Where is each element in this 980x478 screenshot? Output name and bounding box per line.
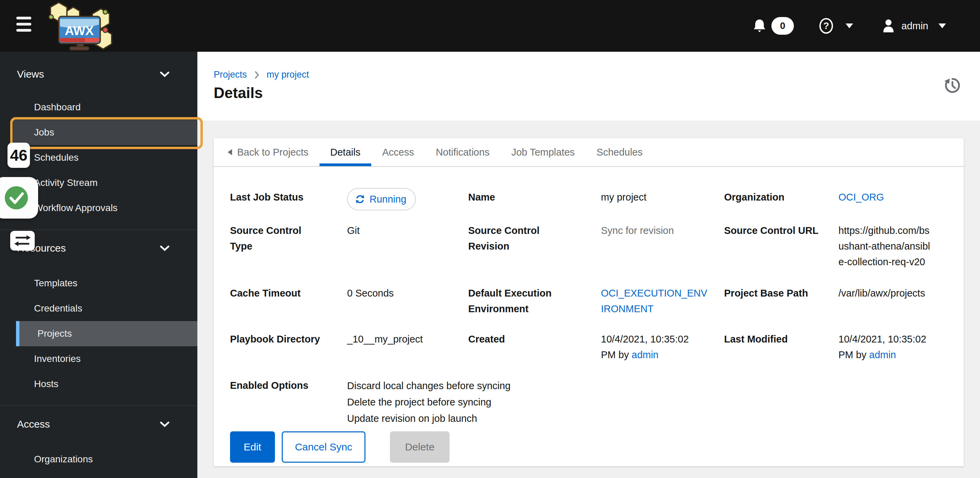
notifications-button[interactable] [753,19,766,33]
help-menu-toggle[interactable] [846,24,853,28]
svg-text:?: ? [823,21,829,31]
edit-button[interactable]: Edit [230,431,275,463]
field-value-source-control-url: https://github.com/bsushant-athena/ansib… [838,223,934,270]
nav-group-views[interactable]: Views [0,64,197,84]
field-value-source-control-revision: Sync for revision [601,223,724,238]
user-icon [882,19,894,33]
help-button[interactable]: ? [818,18,834,34]
sidebar-item-jobs[interactable]: Jobs [13,120,197,145]
field-label-name: Name [468,189,563,205]
page-title: Details [214,84,263,102]
field-value-name: my project [601,189,724,205]
sidebar-item-templates[interactable]: Templates [0,271,197,296]
delete-button[interactable]: Delete [390,431,450,463]
created-by-link[interactable]: admin [632,349,659,360]
tab-schedules[interactable]: Schedules [585,138,653,166]
user-menu-toggle[interactable] [939,24,946,28]
field-value-last-modified: 10/4/2021, 10:35:02 PM by admin [838,331,938,363]
enabled-option: Delete the project before syncing [347,394,947,410]
details-list: Last Job Status Running Name my project … [214,167,964,463]
modified-by-link[interactable]: admin [869,349,896,360]
sidebar-item-dashboard[interactable]: Dashboard [0,95,197,120]
notification-count-badge: 0 [772,17,794,35]
tab-access[interactable]: Access [371,138,425,166]
sidebar-nav: Views Dashboard Jobs Schedules Activity … [0,52,197,478]
chevron-down-icon [160,421,169,427]
chevron-down-icon [160,72,169,77]
sidebar-divider [0,229,197,230]
execution-environment-link[interactable]: OCI_EXECUTION_ENVIRONMENT [601,285,710,317]
enabled-options-list: Discard local changes before syncing Del… [347,378,947,427]
check-icon [3,185,29,211]
awx-logo[interactable]: AWX [47,0,117,52]
sync-icon [355,194,366,205]
help-icon: ? [818,18,834,34]
tab-notifications[interactable]: Notifications [425,138,501,166]
tab-details[interactable]: Details [320,138,372,166]
nav-group-label: Views [17,69,44,80]
nav-group-access[interactable]: Access [0,414,197,434]
field-label-source-control-type: Source Control Type [230,223,325,254]
breadcrumb-link-projects[interactable]: Projects [214,69,247,80]
user-menu-button[interactable] [882,19,894,33]
field-label-organization: Organization [724,189,819,205]
cancel-sync-button[interactable]: Cancel Sync [282,431,366,463]
tab-bar: Back to Projects Details Access Notifica… [214,138,964,167]
tab-label: Back to Projects [237,147,309,158]
nav-group-label: Access [17,418,50,430]
field-value-created: 10/4/2021, 10:35:02 PM by admin [601,331,700,363]
field-label-cache-timeout: Cache Timeout [230,285,325,301]
sidebar-item-inventories[interactable]: Inventories [0,346,197,371]
sidebar-item-credentials[interactable]: Credentials [0,296,197,321]
breadcrumb-link-current[interactable]: my project [267,69,309,80]
bell-icon [753,19,766,33]
field-value-cache-timeout: 0 Seconds [347,285,468,301]
field-label-source-control-revision: Source Control Revision [468,223,563,254]
field-label-playbook-directory: Playbook Directory [230,331,325,347]
step-number-badge: 46 [8,143,30,168]
breadcrumb: Projects my project [214,69,309,80]
field-label-project-base-path: Project Base Path [724,285,819,301]
field-value-source-control-type: Git [347,223,468,238]
masthead: AWX 0 ? admin [0,0,980,52]
awx-logo-graphic: AWX [47,0,117,52]
sidebar-item-organizations[interactable]: Organizations [0,447,197,472]
field-label-enabled-options: Enabled Options [230,378,325,393]
success-check-annotation [0,177,38,218]
status-label: Running [369,191,406,207]
field-value-project-base-path: /var/lib/awx/projects [838,285,947,301]
breadcrumb-separator-icon [255,71,259,79]
swap-annotation [10,231,35,250]
field-label-default-execution-environment: Default Execution Environment [468,285,563,317]
details-card: Back to Projects Details Access Notifica… [214,138,964,466]
caret-down-icon [846,24,853,28]
sidebar-divider [0,405,197,406]
tab-job-templates[interactable]: Job Templates [501,138,585,166]
field-value-playbook-directory: _10__my_project [347,331,468,347]
masthead-toolbar: 0 ? admin [753,0,946,52]
action-bar: Edit Cancel Sync Delete [230,431,947,463]
sidebar-item-hosts[interactable]: Hosts [0,371,197,397]
field-label-source-control-url: Source Control URL [724,223,819,238]
enabled-option: Update revision on job launch [347,410,947,427]
tab-back-to-projects[interactable]: Back to Projects [216,138,320,166]
back-arrow-icon [227,149,232,156]
status-badge[interactable]: Running [347,188,416,210]
username-label: admin [901,21,928,32]
hamburger-menu-icon[interactable] [16,15,35,37]
field-label-last-modified: Last Modified [724,331,819,347]
history-icon [943,76,962,95]
svg-text:AWX: AWX [65,24,94,38]
field-label-created: Created [468,331,563,347]
caret-down-icon [939,24,946,28]
chevron-down-icon [160,245,169,251]
swap-arrows-icon [14,234,31,247]
organization-link[interactable]: OCI_ORG [838,192,884,202]
enabled-option: Discard local changes before syncing [347,378,947,394]
page-header: Projects my project Details [197,52,980,121]
sidebar-item-projects[interactable]: Projects [16,321,197,346]
field-label-last-job-status: Last Job Status [230,189,325,205]
history-button[interactable] [943,76,962,96]
